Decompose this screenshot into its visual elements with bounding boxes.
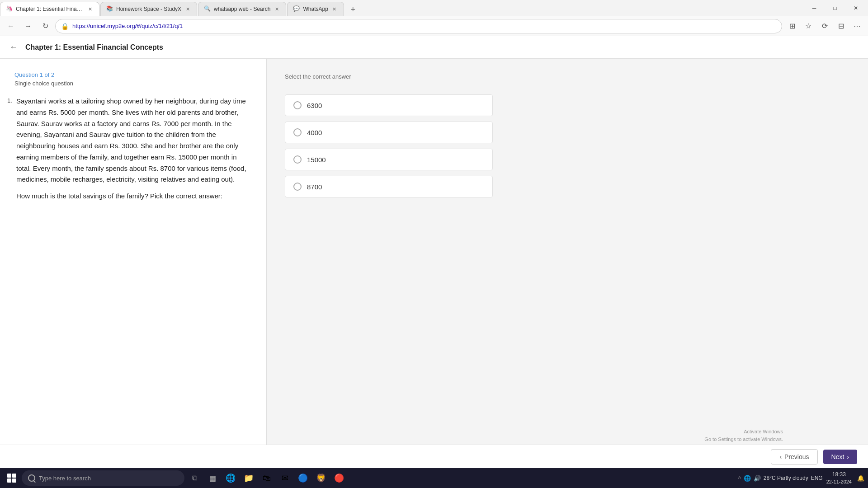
window-controls: ─ □ ✕ xyxy=(804,0,866,16)
tab-2-favicon: 📚 xyxy=(106,5,113,13)
tray-up-arrow[interactable]: ^ xyxy=(738,475,741,482)
mail-envelope-icon: ✉ xyxy=(282,473,288,483)
tab-2-close[interactable]: ✕ xyxy=(184,5,191,13)
task-view-button[interactable]: ⧉ xyxy=(186,470,203,486)
back-nav-button[interactable]: ← xyxy=(4,19,18,33)
weather-text: 28°C Partly cloudy xyxy=(764,475,808,481)
maximize-button[interactable]: □ xyxy=(825,0,845,16)
question-paragraph: Sayantani works at a tailoring shop owne… xyxy=(16,96,252,185)
taskbar-search-text: Type here to search xyxy=(39,475,91,482)
brave-icon[interactable]: 🦁 xyxy=(313,470,329,486)
activate-windows-notice: Activate Windows Go to Settings to activ… xyxy=(701,426,787,445)
radio-4[interactable] xyxy=(293,183,302,191)
network-icon[interactable]: 🌐 xyxy=(744,475,751,482)
file-explorer-icon[interactable]: 📁 xyxy=(241,470,257,486)
tab-4[interactable]: 💬 WhatsApp ✕ xyxy=(287,2,344,16)
answer-option-4[interactable]: 8700 xyxy=(285,176,493,197)
radio-1[interactable] xyxy=(293,101,302,109)
question-panel: Question 1 of 2 Single choice question 1… xyxy=(0,59,267,445)
previous-button[interactable]: ‹ Previous xyxy=(771,449,817,465)
tab-2-title: Homework Space - StudyX xyxy=(116,6,181,12)
notification-bell-icon[interactable]: 🔔 xyxy=(857,475,864,482)
widgets-icon: ▦ xyxy=(209,474,216,483)
store-icon[interactable]: 🛍 xyxy=(259,470,275,486)
next-label: Next xyxy=(831,453,844,460)
tab-1[interactable]: 🦄 Chapter 1: Essential Financial Co... ✕ xyxy=(0,2,99,16)
answer-label-3: 15000 xyxy=(307,156,326,164)
tab-4-close[interactable]: ✕ xyxy=(331,5,338,13)
tab-1-close[interactable]: ✕ xyxy=(86,5,94,13)
widgets-button[interactable]: ▦ xyxy=(204,470,221,486)
activate-line1: Activate Windows xyxy=(704,428,783,436)
answer-options: 6300 4000 15000 8700 xyxy=(285,94,493,197)
question-body: 1. Sayantani works at a tailoring shop o… xyxy=(14,96,252,202)
start-button[interactable] xyxy=(4,470,20,486)
tab-4-favicon: 💬 xyxy=(293,5,300,13)
nav-actions: ⊞ ☆ ⟳ ⊟ ⋯ xyxy=(785,19,864,33)
language-text: ENG xyxy=(811,475,823,481)
sound-icon[interactable]: 🔊 xyxy=(754,475,761,482)
answer-option-3[interactable]: 15000 xyxy=(285,149,493,170)
tab-3-favicon: 🔍 xyxy=(204,5,211,13)
tab-2[interactable]: 📚 Homework Space - StudyX ✕ xyxy=(100,2,197,16)
windows-logo-icon xyxy=(7,474,16,483)
folder-icon: 📁 xyxy=(244,473,254,483)
extensions-button[interactable]: ⊞ xyxy=(785,19,799,33)
main-content: Question 1 of 2 Single choice question 1… xyxy=(0,59,868,445)
chrome-icon[interactable]: 🔵 xyxy=(295,470,311,486)
new-tab-button[interactable]: + xyxy=(347,4,359,16)
answer-label-1: 6300 xyxy=(307,102,322,109)
tab-1-favicon: 🦄 xyxy=(6,5,13,13)
forward-nav-button[interactable]: → xyxy=(21,19,35,33)
answer-option-1[interactable]: 6300 xyxy=(285,94,493,116)
close-button[interactable]: ✕ xyxy=(845,0,866,16)
split-screen-button[interactable]: ⊟ xyxy=(834,19,848,33)
answer-panel: Select the correct answer 6300 4000 1500… xyxy=(267,59,868,445)
activate-line2: Go to Settings to activate Windows. xyxy=(704,436,783,443)
vivaldi-icon[interactable]: 🔴 xyxy=(331,470,347,486)
app-title: Chapter 1: Essential Financial Concepts xyxy=(25,43,163,52)
minimize-button[interactable]: ─ xyxy=(804,0,825,16)
question-meta: Question 1 of 2 Single choice question xyxy=(14,71,252,87)
tab-1-title: Chapter 1: Essential Financial Co... xyxy=(16,6,84,12)
question-type: Single choice question xyxy=(14,80,252,87)
app-back-button[interactable]: ← xyxy=(7,41,20,54)
radio-2[interactable] xyxy=(293,128,302,136)
answer-option-2[interactable]: 4000 xyxy=(285,122,493,143)
more-tools-button[interactable]: ⋯ xyxy=(850,19,864,33)
app-header: ← Chapter 1: Essential Financial Concept… xyxy=(0,36,868,59)
refresh-button[interactable]: ↻ xyxy=(38,19,52,33)
favorites-button[interactable]: ☆ xyxy=(801,19,816,33)
tabs-bar: 🦄 Chapter 1: Essential Financial Co... ✕… xyxy=(0,0,804,16)
previous-icon: ‹ xyxy=(779,453,782,460)
chrome-logo-icon: 🔵 xyxy=(298,473,308,483)
radio-3[interactable] xyxy=(293,155,302,164)
browser-refresh-button[interactable]: ⟳ xyxy=(817,19,832,33)
taskbar: Type here to search ⧉ ▦ 🌐 📁 🛍 ✉ 🔵 🦁 🔴 xyxy=(0,468,868,488)
edge-icon: 🌐 xyxy=(226,473,236,483)
system-clock[interactable]: 18:33 22-11-2024 xyxy=(826,471,852,485)
bottom-nav: Activate Windows Go to Settings to activ… xyxy=(0,445,868,468)
security-lock-icon: 🔒 xyxy=(61,23,69,30)
tab-3[interactable]: 🔍 whatsapp web - Search ✕ xyxy=(198,2,286,16)
tab-4-title: WhatsApp xyxy=(303,6,328,12)
system-tray: ^ 🌐 🔊 28°C Partly cloudy ENG 18:33 22-11… xyxy=(738,471,864,485)
task-view-icon: ⧉ xyxy=(192,474,197,482)
clock-date: 22-11-2024 xyxy=(826,479,852,485)
tab-3-title: whatsapp web - Search xyxy=(214,6,270,12)
nav-bar: ← → ↻ 🔒 https://unicef.myp2e.org/#/quiz/… xyxy=(0,16,868,36)
question-number: Question 1 of 2 xyxy=(14,71,252,78)
store-bag-icon: 🛍 xyxy=(263,474,271,483)
vivaldi-logo-icon: 🔴 xyxy=(334,473,344,483)
previous-label: Previous xyxy=(784,453,809,460)
taskbar-search-icon xyxy=(28,474,35,482)
address-bar[interactable]: 🔒 https://unicef.myp2e.org/#/quiz/c/1/l/… xyxy=(55,19,782,33)
next-button[interactable]: Next › xyxy=(823,450,857,464)
edge-taskbar-icon[interactable]: 🌐 xyxy=(222,470,239,486)
tab-3-close[interactable]: ✕ xyxy=(273,5,280,13)
taskbar-search-bar[interactable]: Type here to search xyxy=(22,470,184,486)
next-icon: › xyxy=(847,453,849,460)
question-index: 1. xyxy=(7,96,12,105)
clock-time: 18:33 xyxy=(826,471,852,479)
mail-icon[interactable]: ✉ xyxy=(277,470,293,486)
